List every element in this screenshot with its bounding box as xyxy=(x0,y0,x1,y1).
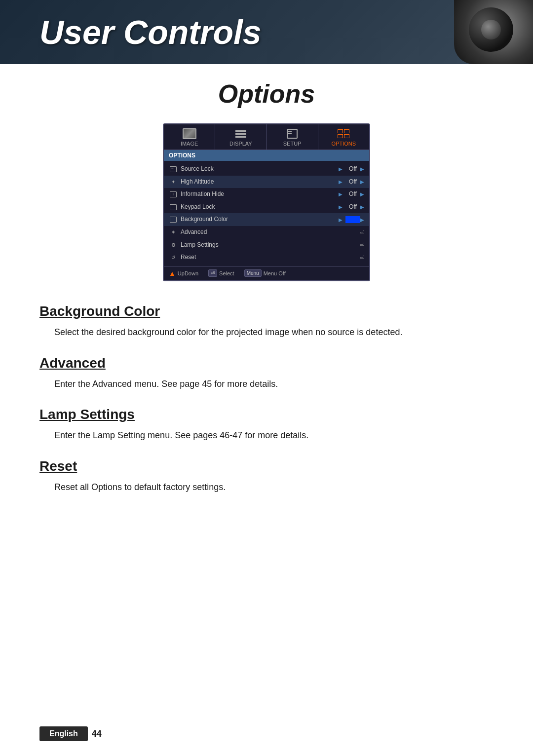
select-label: Select xyxy=(219,270,234,276)
advanced-body: Enter the Advanced menu. See page 45 for… xyxy=(39,377,494,391)
footer-page-number: 44 xyxy=(92,729,102,739)
menu-ui: IMAGE DISPLAY SETUP xyxy=(39,123,494,281)
menu-item-information-hide[interactable]: i Information Hide ▶ Off ▶ xyxy=(164,188,369,201)
high-altitude-chevron: ▶ xyxy=(360,179,364,185)
background-color-label: Background Color xyxy=(181,216,336,224)
page-header: User Controls xyxy=(0,0,533,64)
advanced-icon-shape: ✶ xyxy=(170,229,177,235)
bg-icon-shape xyxy=(170,217,177,223)
page-footer: English 44 xyxy=(39,726,102,741)
keypad-lock-arrow: ▶ xyxy=(339,204,343,210)
information-hide-label: Information Hide xyxy=(181,190,336,198)
options-tab-icon xyxy=(337,128,350,139)
select-control: ⏎ Select xyxy=(208,269,234,277)
reset-icon: ↺ xyxy=(169,254,178,261)
high-altitude-label: High Altitude xyxy=(181,178,336,186)
menu-box: IMAGE DISPLAY SETUP xyxy=(163,123,370,281)
background-color-heading: Background Color xyxy=(39,303,494,319)
updown-label: UpDown xyxy=(178,270,198,276)
lamp-settings-heading: Lamp Settings xyxy=(39,407,494,422)
menu-item-advanced[interactable]: ✶ Advanced ⏎ xyxy=(164,226,369,239)
image-tab-icon xyxy=(183,128,196,139)
section-lamp-settings: Lamp Settings Enter the Lamp Setting men… xyxy=(39,407,494,443)
main-content: Options IMAGE xyxy=(0,64,533,540)
information-hide-chevron: ▶ xyxy=(360,191,364,197)
tab-image[interactable]: IMAGE xyxy=(164,124,215,150)
reset-heading: Reset xyxy=(39,458,494,474)
background-color-icon xyxy=(169,216,178,223)
section-advanced: Advanced Enter the Advanced menu. See pa… xyxy=(39,355,494,391)
updown-icon: ▲ xyxy=(169,269,176,277)
high-altitude-value: Off xyxy=(345,178,360,186)
keypad-lock-icon xyxy=(169,204,178,211)
source-lock-icon xyxy=(169,166,178,173)
lamp-settings-enter: ⏎ xyxy=(360,241,364,248)
menu-items-list: Source Lock ▶ Off ▶ ✦ High Altitude ▶ Of… xyxy=(164,161,369,266)
menu-item-high-altitude[interactable]: ✦ High Altitude ▶ Off ▶ xyxy=(164,176,369,189)
advanced-icon: ✶ xyxy=(169,229,178,236)
info-icon-shape: i xyxy=(170,191,177,197)
high-altitude-arrow: ▶ xyxy=(339,179,343,185)
altitude-icon-shape: ✦ xyxy=(170,179,177,185)
options-icon xyxy=(337,128,350,139)
updown-control: ▲ UpDown xyxy=(169,269,198,277)
source-lock-label: Source Lock xyxy=(181,165,336,173)
lamp-settings-label: Lamp Settings xyxy=(181,241,360,249)
tab-setup-label: SETUP xyxy=(283,141,302,147)
background-color-chevron: ▶ xyxy=(360,217,364,223)
setup-icon xyxy=(285,128,299,139)
high-altitude-icon: ✦ xyxy=(169,178,178,185)
lamp-icon-shape: ⚙ xyxy=(170,242,177,248)
lamp-settings-body: Enter the Lamp Setting menu. See pages 4… xyxy=(39,428,494,443)
tab-options[interactable]: OPTIONS xyxy=(318,124,369,150)
reset-body: Reset all Options to default factory set… xyxy=(39,480,494,494)
keypad-lock-label: Keypad Lock xyxy=(181,203,336,211)
tab-display-label: DISPLAY xyxy=(229,141,252,147)
keypad-lock-chevron: ▶ xyxy=(360,204,364,210)
select-key: ⏎ xyxy=(208,269,217,277)
tab-display[interactable]: DISPLAY xyxy=(215,124,266,150)
reset-label: Reset xyxy=(181,254,360,262)
reset-icon-shape: ↺ xyxy=(170,255,177,261)
header-title: User Controls xyxy=(0,13,262,51)
lamp-settings-icon: ⚙ xyxy=(169,241,178,248)
reset-enter: ⏎ xyxy=(360,254,364,261)
setup-tab-icon xyxy=(285,128,299,139)
menu-off-control: Menu Menu Off xyxy=(244,269,286,277)
page-subtitle: Options xyxy=(39,79,494,109)
menu-bottom-controls: ▲ UpDown ⏎ Select Menu Menu Off xyxy=(164,266,369,280)
menu-tabs: IMAGE DISPLAY SETUP xyxy=(164,124,369,150)
information-hide-value: Off xyxy=(345,190,360,198)
menu-key: Menu xyxy=(244,269,262,277)
camera-decoration xyxy=(454,0,533,64)
menu-item-reset[interactable]: ↺ Reset ⏎ xyxy=(164,251,369,264)
section-reset: Reset Reset all Options to default facto… xyxy=(39,458,494,494)
display-icon xyxy=(234,128,248,139)
information-hide-arrow: ▶ xyxy=(339,191,343,197)
advanced-enter: ⏎ xyxy=(360,229,364,236)
background-color-body: Select the desired background color for … xyxy=(39,325,494,340)
keypad-lock-value: Off xyxy=(345,203,360,211)
information-hide-icon: i xyxy=(169,191,178,198)
menu-section-header: OPTIONS xyxy=(164,150,369,161)
tab-image-label: IMAGE xyxy=(181,141,198,147)
source-lock-arrow: ▶ xyxy=(339,166,343,172)
menu-item-source-lock[interactable]: Source Lock ▶ Off ▶ xyxy=(164,163,369,176)
keypad-icon-shape xyxy=(170,204,177,210)
menu-item-background-color[interactable]: Background Color ▶ ▶ xyxy=(164,213,369,226)
tab-setup[interactable]: SETUP xyxy=(267,124,318,150)
source-icon-shape xyxy=(170,166,177,172)
source-lock-chevron: ▶ xyxy=(360,166,364,172)
section-background-color: Background Color Select the desired back… xyxy=(39,303,494,340)
menu-off-label: Menu Off xyxy=(264,270,286,276)
footer-language: English xyxy=(39,726,88,741)
background-color-arrow: ▶ xyxy=(339,217,343,223)
display-tab-icon xyxy=(234,128,248,139)
background-color-value xyxy=(345,216,360,223)
source-lock-value: Off xyxy=(345,165,360,173)
advanced-label: Advanced xyxy=(181,228,360,236)
menu-item-lamp-settings[interactable]: ⚙ Lamp Settings ⏎ xyxy=(164,239,369,252)
image-icon xyxy=(183,128,196,139)
menu-item-keypad-lock[interactable]: Keypad Lock ▶ Off ▶ xyxy=(164,201,369,214)
advanced-heading: Advanced xyxy=(39,355,494,371)
